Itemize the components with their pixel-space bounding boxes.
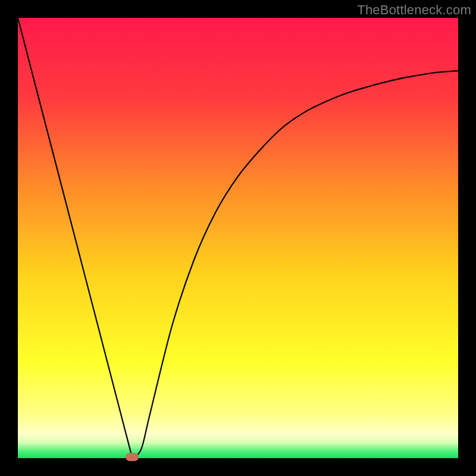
- attribution-text: TheBottleneck.com: [357, 2, 471, 18]
- bottleneck-chart: [18, 18, 458, 458]
- chart-frame: [18, 18, 458, 458]
- optimal-point-marker: [126, 453, 139, 461]
- gradient-background: [18, 18, 458, 458]
